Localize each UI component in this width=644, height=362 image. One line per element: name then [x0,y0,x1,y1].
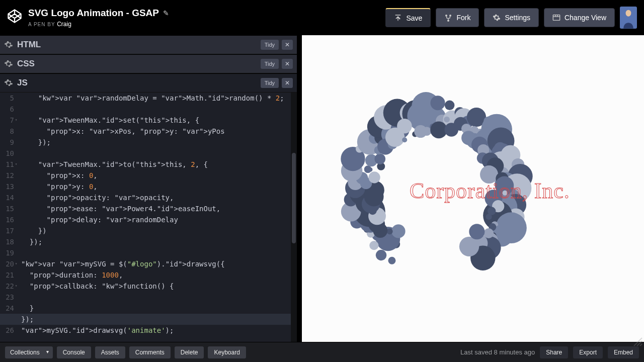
preview-pane: Corporation, Inc. [297,35,644,342]
gear-icon[interactable] [4,59,13,68]
comments-button[interactable]: Comments [129,346,171,358]
svg-point-82 [387,228,393,234]
save-status: Last saved 8 minutes ago [460,348,535,356]
svg-point-80 [459,237,479,256]
svg-point-99 [402,137,407,142]
svg-point-103 [422,127,431,136]
js-pane-title: JS [17,78,257,88]
svg-rect-0 [553,15,559,21]
gear-icon[interactable] [4,78,13,87]
svg-point-92 [368,167,373,172]
author-link[interactable]: Craig [57,21,71,28]
editor-scrollbar[interactable] [291,93,297,342]
js-code-editor[interactable]: 567891011121314151617181920212223242526 … [0,93,297,342]
share-button[interactable]: Share [540,346,568,358]
scroll-thumb[interactable] [292,153,296,243]
settings-button[interactable]: Settings [484,8,539,27]
change-view-button[interactable]: Change View [544,8,615,27]
gear-icon[interactable] [4,40,13,49]
svg-point-9 [369,241,378,250]
workspace: HTML Tidy ✕ CSS Tidy ✕ JS Tidy ✕ 5678910… [0,35,644,342]
export-button[interactable]: Export [573,346,603,358]
code-content[interactable]: "kw">var "var">randomDelay = "var">Math.… [21,93,292,336]
svg-point-43 [430,96,445,110]
svg-point-5 [388,257,396,264]
pen-title: SVG Logo Animation - GSAP [28,8,159,19]
save-button[interactable]: Save [385,8,431,27]
svg-point-91 [368,171,380,183]
header-actions: Save Fork Settings Change View [385,7,637,29]
js-tidy-button[interactable]: Tidy [261,78,279,88]
svg-point-94 [374,153,385,164]
svg-point-100 [397,119,412,134]
line-gutter: 567891011121314151617181920212223242526 [0,93,17,336]
user-avatar[interactable] [620,7,637,29]
svg-point-126 [484,228,494,238]
console-button[interactable]: Console [57,346,91,358]
footer: Collections Console Assets Comments Dele… [0,342,644,362]
css-tidy-button[interactable]: Tidy [261,59,279,69]
html-close-button[interactable]: ✕ [282,40,293,50]
edit-icon[interactable]: ✎ [163,9,169,17]
footer-left: Collections Console Assets Comments Dele… [5,346,246,358]
logo-text: Corporation, Inc. [410,178,570,204]
embed-button[interactable]: Embed [608,346,639,358]
keyboard-button[interactable]: Keyboard [208,346,246,358]
preview-content: Corporation, Inc. [304,37,642,340]
svg-point-127 [469,224,485,239]
svg-point-124 [486,214,492,220]
svg-point-81 [391,224,405,238]
delete-button[interactable]: Delete [175,346,204,358]
footer-right: Last saved 8 minutes ago Share Export Em… [460,346,639,358]
html-tidy-button[interactable]: Tidy [261,40,279,50]
pen-meta: SVG Logo Animation - GSAP ✎ A PEN BY Cra… [28,8,169,28]
js-pane-header[interactable]: JS Tidy ✕ [0,73,297,93]
codepen-logo-icon[interactable] [7,9,22,24]
assets-button[interactable]: Assets [95,346,125,358]
css-pane-title: CSS [17,59,257,69]
fork-button[interactable]: Fork [436,8,479,27]
editors-column: HTML Tidy ✕ CSS Tidy ✕ JS Tidy ✕ 5678910… [0,35,297,342]
svg-point-4 [626,10,631,17]
svg-point-45 [445,101,455,111]
html-pane-title: HTML [17,40,257,50]
svg-point-7 [376,250,386,260]
svg-point-106 [444,117,450,123]
resize-grip-icon[interactable] [633,337,643,347]
css-pane-header[interactable]: CSS Tidy ✕ [0,54,297,73]
js-close-button[interactable]: ✕ [282,78,293,88]
header-left: SVG Logo Animation - GSAP ✎ A PEN BY Cra… [7,8,169,28]
header: SVG Logo Animation - GSAP ✎ A PEN BY Cra… [0,0,644,35]
html-pane-header[interactable]: HTML Tidy ✕ [0,35,297,54]
collections-button[interactable]: Collections [5,346,53,358]
css-close-button[interactable]: ✕ [282,59,293,69]
pen-byline: A PEN BY Craig [28,21,169,28]
